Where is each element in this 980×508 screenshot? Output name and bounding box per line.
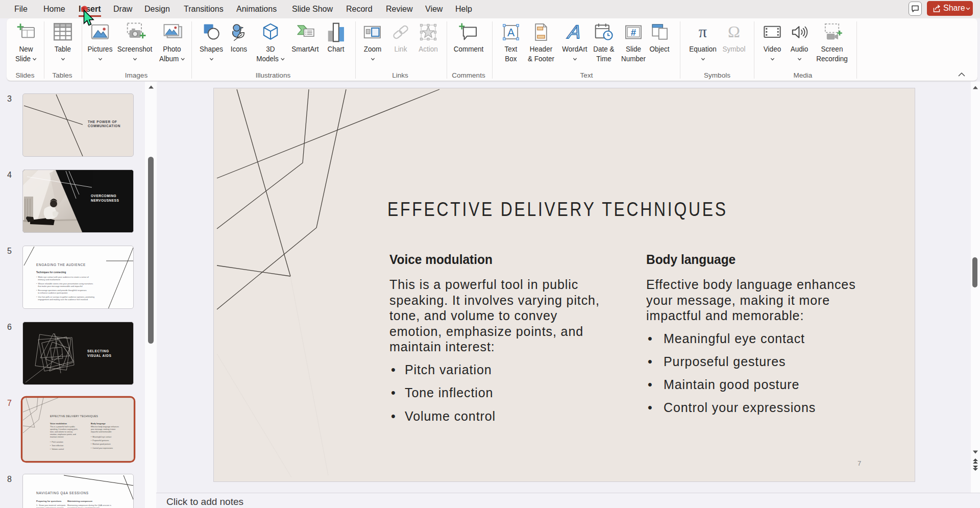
svg-text:π: π bbox=[699, 22, 707, 41]
svg-text:#: # bbox=[631, 27, 636, 38]
svg-text:A: A bbox=[566, 21, 582, 42]
svg-text:Ω: Ω bbox=[728, 22, 740, 41]
svg-text:A: A bbox=[507, 27, 515, 39]
